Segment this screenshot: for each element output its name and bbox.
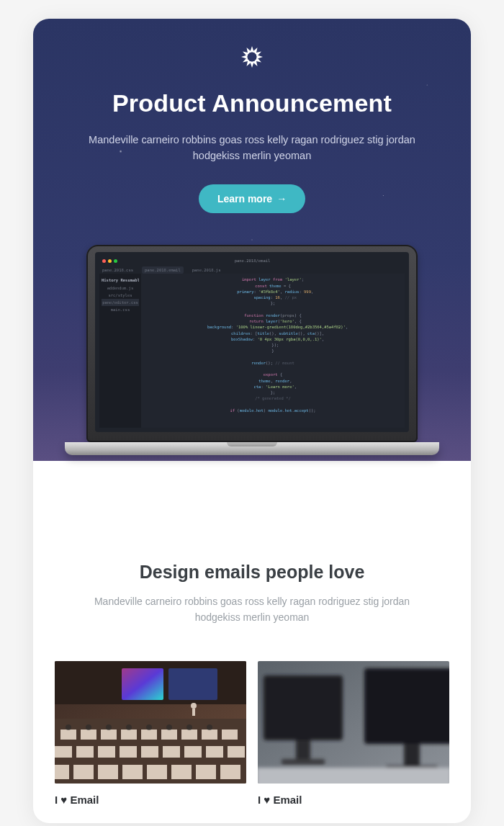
sunburst-logo-icon [240,45,264,69]
feature-card-title: I ♥ Email [55,794,246,806]
editor-sidebar: History Resumable addendum.js src/styles… [99,274,141,428]
section-title: Design emails people love [55,562,449,583]
editor-tab-bar: pane.2018.css pane.2018.email pane.2018.… [99,266,405,274]
arrow-right-icon: → [276,193,287,205]
svg-rect-15 [181,730,197,740]
svg-rect-32 [171,765,192,779]
svg-rect-7 [192,709,195,716]
svg-rect-47 [364,668,449,744]
svg-rect-13 [141,730,157,740]
svg-point-42 [207,724,212,730]
svg-rect-18 [55,746,72,758]
svg-rect-9 [60,730,76,740]
svg-rect-27 [55,765,69,779]
feature-card-title: I ♥ Email [258,794,449,806]
svg-rect-5 [168,668,217,700]
svg-rect-4 [122,668,163,700]
svg-rect-25 [206,746,223,758]
laptop-illustration: pane.2018/email pane.2018.css pane.2018.… [55,245,449,461]
learn-more-button[interactable]: Learn more → [199,184,305,213]
email-template-card: Product Announcement Mandeville carneiro… [33,19,471,823]
svg-point-39 [146,724,152,730]
editor-tab-active: pane.2018.email [142,266,184,274]
svg-point-6 [191,703,197,709]
svg-rect-44 [264,675,343,740]
monitors-photo [258,661,449,784]
svg-rect-11 [101,730,117,740]
svg-rect-45 [296,740,310,760]
section-subtitle: Mandeville carneiro robbins goas ross ke… [79,594,425,625]
svg-rect-48 [404,744,420,767]
auditorium-photo [55,661,246,784]
svg-rect-21 [120,746,137,758]
svg-rect-19 [76,746,94,758]
feature-cards-row: I ♥ Email [33,661,471,823]
svg-rect-29 [98,765,118,779]
svg-rect-16 [202,730,217,740]
cta-label: Learn more [217,193,272,205]
svg-rect-22 [141,746,158,758]
svg-point-41 [186,724,192,730]
editor-code-area: import layer from 'layer'; const theme =… [141,274,405,428]
svg-point-38 [126,724,132,730]
hero-subtitle: Mandeville carneiro robbins goas ross ke… [79,132,425,164]
features-section: Design emails people love Mandeville car… [33,511,471,661]
svg-rect-46 [282,759,325,765]
svg-rect-14 [161,730,177,740]
svg-rect-17 [222,730,238,740]
hero-section: Product Announcement Mandeville carneiro… [33,19,471,461]
editor-tab: pane.2018.js [189,266,224,274]
svg-rect-20 [98,746,115,758]
svg-point-37 [106,724,112,730]
svg-rect-23 [163,746,180,758]
svg-rect-50 [258,768,449,784]
laptop-base [65,442,439,455]
svg-rect-31 [147,765,167,779]
svg-rect-24 [184,746,202,758]
hero-title: Product Announcement [55,89,449,117]
feature-card: I ♥ Email [55,661,246,806]
svg-rect-34 [220,765,240,779]
editor-titlebar-filename: pane.2018/email [126,258,379,264]
window-traffic-lights-icon [102,259,117,263]
svg-rect-28 [73,765,94,779]
svg-rect-26 [228,746,245,758]
svg-rect-12 [121,730,137,740]
svg-point-36 [86,724,91,730]
svg-point-40 [166,724,172,730]
svg-rect-33 [196,765,216,779]
feature-card: I ♥ Email [258,661,449,806]
editor-tab: pane.2018.css [99,266,136,274]
svg-point-35 [66,724,71,730]
svg-rect-30 [122,765,143,779]
svg-point-1 [249,54,256,60]
svg-rect-10 [81,730,96,740]
hero-white-cut [33,461,471,511]
